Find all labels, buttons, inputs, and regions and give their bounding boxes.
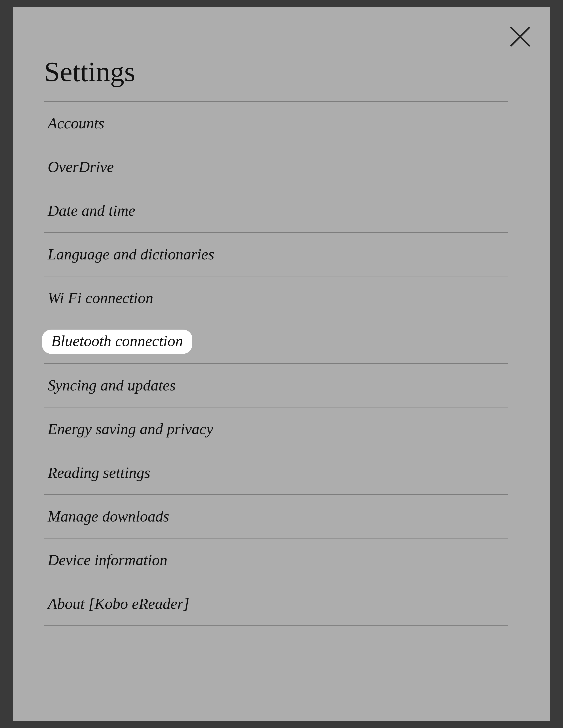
settings-item-label: Wi Fi connection <box>48 289 153 307</box>
settings-panel: Settings Accounts OverDrive Date and tim… <box>13 7 550 721</box>
settings-item-label: Manage downloads <box>48 508 169 525</box>
settings-item-energy-privacy[interactable]: Energy saving and privacy <box>44 407 508 451</box>
settings-item-bluetooth[interactable]: Bluetooth connection <box>44 320 508 364</box>
settings-item-label: About [Kobo eReader] <box>48 595 189 613</box>
close-icon <box>508 25 532 49</box>
settings-item-label: Bluetooth connection <box>51 332 183 349</box>
settings-item-accounts[interactable]: Accounts <box>44 102 508 145</box>
page-title: Settings <box>44 56 508 88</box>
settings-item-label: Reading settings <box>48 464 150 482</box>
settings-item-syncing[interactable]: Syncing and updates <box>44 364 508 407</box>
settings-item-label: Syncing and updates <box>48 377 175 394</box>
settings-item-reading-settings[interactable]: Reading settings <box>44 451 508 495</box>
close-button[interactable] <box>508 25 532 49</box>
settings-item-label: Language and dictionaries <box>48 246 214 263</box>
settings-item-label: OverDrive <box>48 158 114 176</box>
settings-item-overdrive[interactable]: OverDrive <box>44 145 508 189</box>
settings-item-label: Date and time <box>48 202 135 220</box>
highlight-pill: Bluetooth connection <box>42 330 192 354</box>
settings-content: Settings Accounts OverDrive Date and tim… <box>44 56 508 626</box>
settings-item-device-information[interactable]: Device information <box>44 538 508 582</box>
settings-item-date-time[interactable]: Date and time <box>44 189 508 233</box>
settings-item-about[interactable]: About [Kobo eReader] <box>44 582 508 626</box>
settings-item-language[interactable]: Language and dictionaries <box>44 233 508 276</box>
settings-item-label: Energy saving and privacy <box>48 420 213 438</box>
settings-list: Accounts OverDrive Date and time Languag… <box>44 101 508 626</box>
settings-item-label: Device information <box>48 551 167 569</box>
settings-item-wifi[interactable]: Wi Fi connection <box>44 276 508 320</box>
settings-item-label: Accounts <box>48 114 104 132</box>
settings-item-manage-downloads[interactable]: Manage downloads <box>44 495 508 538</box>
